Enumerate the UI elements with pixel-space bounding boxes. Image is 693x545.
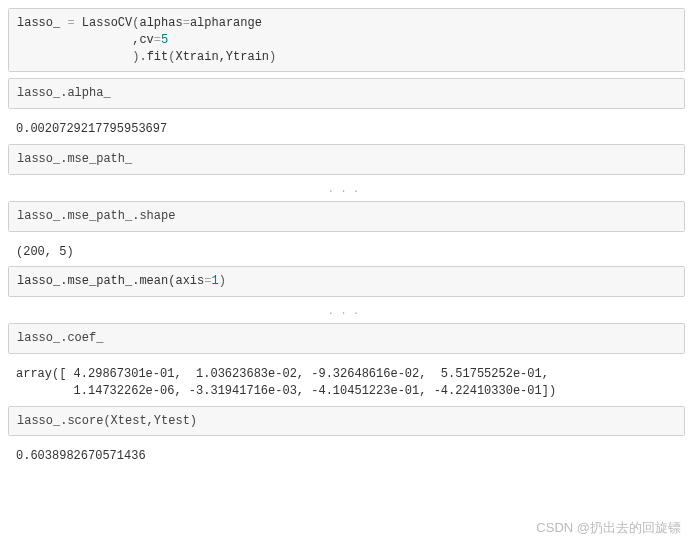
code-cell-4: lasso_.mse_path_.shape bbox=[8, 201, 685, 232]
code-text: lasso_.alpha_ bbox=[17, 86, 111, 100]
code-cell-2: lasso_.alpha_ bbox=[8, 78, 685, 109]
output-line: 1.14732262e-06, -3.31941716e-03, -4.1045… bbox=[16, 384, 556, 398]
code-block: lasso_.score(Xtest,Ytest) bbox=[9, 407, 684, 436]
code-block: lasso_.alpha_ bbox=[9, 79, 684, 108]
code-token: LassoCV bbox=[82, 16, 132, 30]
output-7: 0.6038982670571436 bbox=[8, 442, 685, 471]
code-block: lasso_.mse_path_ bbox=[9, 145, 684, 174]
code-block: lasso_.mse_path_.shape bbox=[9, 202, 684, 231]
code-token: = bbox=[154, 33, 161, 47]
code-text: lasso_.coef_ bbox=[17, 331, 103, 345]
code-text: lasso_.mse_path_ bbox=[17, 152, 132, 166]
output-4: (200, 5) bbox=[8, 238, 685, 267]
code-token: alpharange bbox=[190, 16, 262, 30]
code-token: lasso_.mse_path_.mean(axis bbox=[17, 274, 204, 288]
output-6: array([ 4.29867301e-01, 1.03623683e-02, … bbox=[8, 360, 685, 406]
code-block: lasso_.coef_ bbox=[9, 324, 684, 353]
code-block: lasso_ = LassoCV(alphas=alpharange ,cv=5… bbox=[9, 9, 684, 71]
code-cell-5: lasso_.mse_path_.mean(axis=1) bbox=[8, 266, 685, 297]
code-token: = bbox=[60, 16, 82, 30]
code-cell-1: lasso_ = LassoCV(alphas=alpharange ,cv=5… bbox=[8, 8, 685, 72]
code-token: lasso_ bbox=[17, 16, 60, 30]
code-cell-6: lasso_.coef_ bbox=[8, 323, 685, 354]
code-token: ) bbox=[269, 50, 276, 64]
code-token: fit bbox=[147, 50, 169, 64]
code-token: ,cv bbox=[17, 33, 154, 47]
code-token: 5 bbox=[161, 33, 168, 47]
output-truncated-icon: ... bbox=[8, 303, 685, 323]
output-truncated-icon: ... bbox=[8, 181, 685, 201]
code-token: ) bbox=[219, 274, 226, 288]
output-2: 0.0020729217795953697 bbox=[8, 115, 685, 144]
code-text: lasso_.score(Xtest,Ytest) bbox=[17, 414, 197, 428]
code-token: alphas bbox=[139, 16, 182, 30]
code-text: lasso_.mse_path_.shape bbox=[17, 209, 175, 223]
output-line: array([ 4.29867301e-01, 1.03623683e-02, … bbox=[16, 367, 549, 381]
code-token: Xtrain,Ytrain bbox=[175, 50, 269, 64]
code-token: 1 bbox=[211, 274, 218, 288]
code-token: ). bbox=[17, 50, 147, 64]
code-block: lasso_.mse_path_.mean(axis=1) bbox=[9, 267, 684, 296]
code-cell-3: lasso_.mse_path_ bbox=[8, 144, 685, 175]
code-cell-7: lasso_.score(Xtest,Ytest) bbox=[8, 406, 685, 437]
code-token: = bbox=[183, 16, 190, 30]
